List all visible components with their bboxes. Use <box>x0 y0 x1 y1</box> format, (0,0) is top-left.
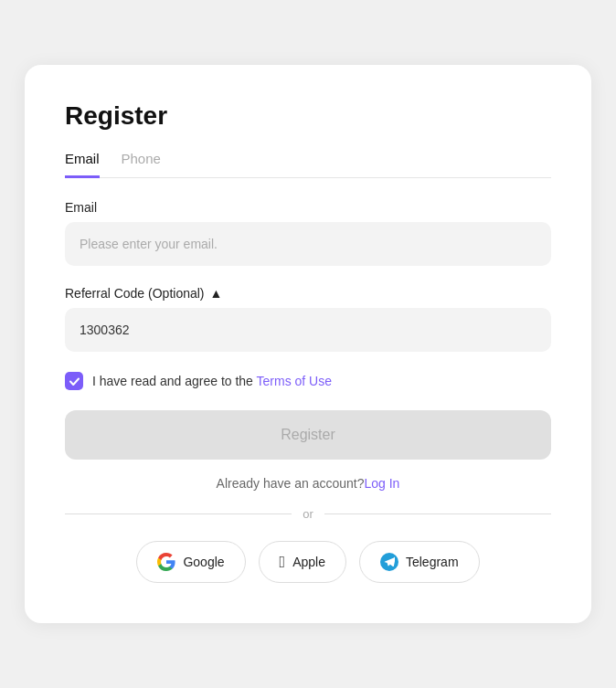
divider: or <box>65 507 551 521</box>
social-buttons: Google  Apple Telegram <box>65 541 551 583</box>
login-link[interactable]: Log In <box>364 476 399 491</box>
apple-icon:  <box>280 554 286 570</box>
google-button[interactable]: Google <box>136 541 245 583</box>
register-button[interactable]: Register <box>65 410 551 460</box>
terms-link[interactable]: Terms of Use <box>257 374 332 388</box>
tab-phone[interactable]: Phone <box>122 151 161 178</box>
terms-row: I have read and agree to the Terms of Us… <box>65 372 551 390</box>
apple-button[interactable]:  Apple <box>259 541 346 583</box>
email-label: Email <box>65 200 551 215</box>
divider-line-left <box>65 513 292 514</box>
register-card: Register Email Phone Email Referral Code… <box>25 65 591 623</box>
email-input[interactable] <box>65 222 551 266</box>
referral-toggle-icon: ▲ <box>210 286 223 301</box>
tabs: Email Phone <box>65 151 551 178</box>
divider-line-right <box>324 513 551 514</box>
login-row: Already have an account?Log In <box>65 476 551 491</box>
tab-email[interactable]: Email <box>65 151 100 178</box>
terms-text: I have read and agree to the Terms of Us… <box>92 374 332 388</box>
referral-label-row[interactable]: Referral Code (Optional) ▲ <box>65 286 551 301</box>
checkmark-icon <box>69 376 80 387</box>
divider-text: or <box>303 507 313 521</box>
google-icon <box>157 553 175 571</box>
telegram-label: Telegram <box>406 555 459 569</box>
referral-label-text: Referral Code (Optional) <box>65 286 205 301</box>
apple-label: Apple <box>292 555 325 569</box>
referral-input[interactable] <box>65 308 551 352</box>
telegram-icon <box>380 553 398 571</box>
telegram-button[interactable]: Telegram <box>359 541 480 583</box>
login-prompt-text: Already have an account? <box>217 476 365 491</box>
terms-checkbox[interactable] <box>65 372 83 390</box>
page-title: Register <box>65 101 551 131</box>
google-label: Google <box>183 555 224 569</box>
